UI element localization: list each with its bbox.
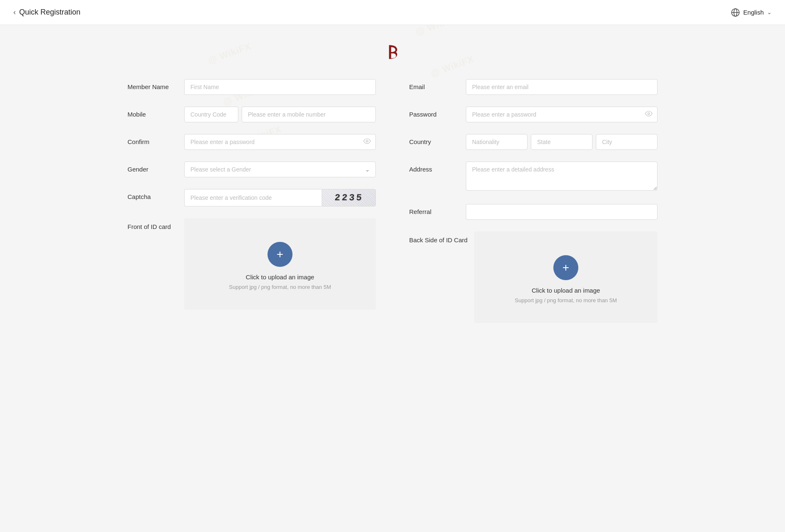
member-name-control bbox=[184, 79, 376, 95]
captcha-row: Captcha 2235 bbox=[128, 189, 376, 206]
gender-label: Gender bbox=[128, 162, 178, 173]
country-code-input[interactable] bbox=[184, 107, 238, 122]
language-label: English bbox=[743, 9, 764, 16]
address-control bbox=[466, 162, 658, 192]
password-control bbox=[466, 107, 658, 122]
confirm-label: Confirm bbox=[128, 134, 178, 145]
mobile-label: Mobile bbox=[128, 107, 178, 118]
form-left-column: Member Name Mobile Confirm bbox=[128, 79, 376, 335]
address-label: Address bbox=[409, 162, 459, 173]
confirm-password-row: Confirm bbox=[128, 134, 376, 150]
globe-icon bbox=[731, 8, 740, 17]
country-control bbox=[466, 134, 658, 150]
gender-select-wrap: Please select a Gender Male Female Other… bbox=[184, 162, 376, 177]
front-id-upload-title: Click to upload an image bbox=[246, 273, 314, 281]
email-row: Email bbox=[409, 79, 658, 95]
language-chevron-icon: ⌄ bbox=[767, 9, 772, 15]
captcha-display-text: 2235 bbox=[334, 193, 364, 203]
email-control bbox=[466, 79, 658, 95]
plus-icon-2: + bbox=[562, 262, 569, 273]
logo-container bbox=[128, 42, 658, 62]
mobile-control bbox=[184, 107, 376, 122]
gender-row: Gender Please select a Gender Male Femal… bbox=[128, 162, 376, 177]
front-id-upload-hint: Support jpg / png format, no more than 5… bbox=[229, 284, 331, 290]
svg-point-3 bbox=[366, 140, 368, 142]
front-id-row: Front of ID card + Click to upload an im… bbox=[128, 218, 376, 310]
captcha-wrap: 2235 bbox=[184, 189, 376, 206]
page-title: Quick Registration bbox=[19, 8, 80, 17]
front-id-upload-button[interactable]: + bbox=[268, 242, 292, 267]
back-id-control: + Click to upload an image Support jpg /… bbox=[474, 231, 658, 323]
captcha-label: Captcha bbox=[128, 189, 178, 200]
referral-input[interactable] bbox=[466, 204, 658, 220]
registration-form: Member Name Mobile Confirm bbox=[128, 79, 658, 335]
back-id-label: Back Side of ID Card bbox=[409, 231, 468, 244]
email-input[interactable] bbox=[466, 79, 658, 95]
mobile-row: Mobile bbox=[128, 107, 376, 122]
email-label: Email bbox=[409, 79, 459, 90]
member-name-row: Member Name bbox=[128, 79, 376, 95]
confirm-password-input[interactable] bbox=[184, 134, 376, 150]
password-eye-icon[interactable] bbox=[645, 110, 652, 119]
form-right-column: Email Password bbox=[409, 79, 658, 335]
password-row: Password bbox=[409, 107, 658, 122]
address-textarea[interactable] bbox=[466, 162, 658, 191]
address-row: Address bbox=[409, 162, 658, 192]
captcha-control: 2235 bbox=[184, 189, 376, 206]
member-name-label: Member Name bbox=[128, 79, 178, 90]
header: ‹ Quick Registration English ⌄ bbox=[0, 0, 785, 25]
plus-icon: + bbox=[277, 249, 283, 260]
back-id-row: Back Side of ID Card + Click to upload a… bbox=[409, 231, 658, 323]
language-selector[interactable]: English ⌄ bbox=[731, 8, 772, 17]
nationality-input[interactable] bbox=[466, 134, 528, 150]
confirm-eye-icon[interactable] bbox=[363, 137, 371, 147]
gender-select[interactable]: Please select a Gender Male Female Other bbox=[184, 162, 376, 177]
back-id-upload-button[interactable]: + bbox=[553, 255, 578, 280]
state-input[interactable] bbox=[531, 134, 592, 150]
front-id-label: Front of ID card bbox=[128, 218, 178, 231]
gender-control: Please select a Gender Male Female Other… bbox=[184, 162, 376, 177]
back-id-upload-hint: Support jpg / png format, no more than 5… bbox=[515, 297, 617, 303]
front-id-control: + Click to upload an image Support jpg /… bbox=[184, 218, 376, 310]
main-content: @ WikiFX @ WikiFX @ WikiFX @ WikiFX @ Wi… bbox=[118, 25, 668, 360]
back-id-upload-title: Click to upload an image bbox=[532, 287, 600, 294]
front-id-upload-area[interactable]: + Click to upload an image Support jpg /… bbox=[184, 218, 376, 310]
referral-control bbox=[466, 204, 658, 220]
back-button[interactable]: ‹ Quick Registration bbox=[13, 8, 80, 17]
first-name-input[interactable] bbox=[184, 79, 376, 95]
referral-row: Referral bbox=[409, 204, 658, 220]
country-row: Country bbox=[409, 134, 658, 150]
mobile-number-input[interactable] bbox=[242, 107, 376, 122]
referral-label: Referral bbox=[409, 204, 459, 215]
back-id-upload-area[interactable]: + Click to upload an image Support jpg /… bbox=[474, 231, 658, 323]
confirm-password-wrap bbox=[184, 134, 376, 150]
svg-point-4 bbox=[648, 113, 650, 115]
captcha-input[interactable] bbox=[184, 189, 322, 206]
captcha-image[interactable]: 2235 bbox=[322, 189, 376, 206]
brand-logo bbox=[382, 42, 403, 62]
city-input[interactable] bbox=[596, 134, 658, 150]
country-label: Country bbox=[409, 134, 459, 145]
confirm-control bbox=[184, 134, 376, 150]
password-label: Password bbox=[409, 107, 459, 118]
password-input[interactable] bbox=[466, 107, 658, 122]
back-icon: ‹ bbox=[13, 8, 16, 17]
mobile-wrap bbox=[184, 107, 376, 122]
password-wrap bbox=[466, 107, 658, 122]
country-wrap bbox=[466, 134, 658, 150]
